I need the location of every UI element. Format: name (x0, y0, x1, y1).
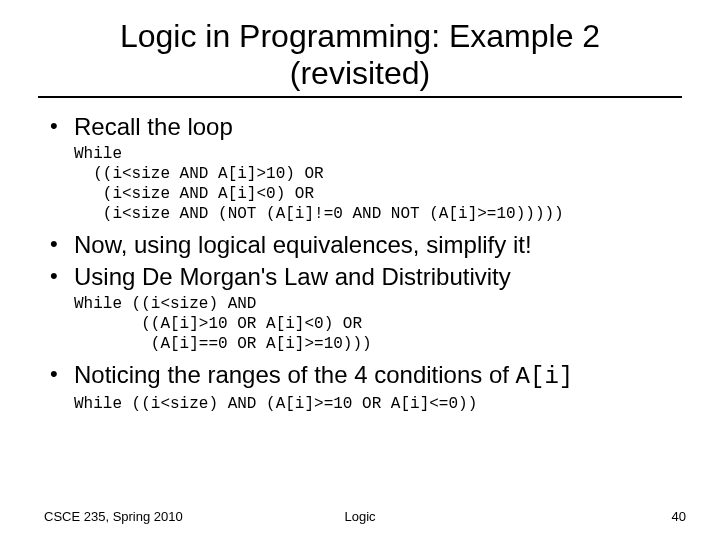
bullet-list: Now, using logical equivalences, simplif… (44, 230, 676, 292)
bullet-list: Recall the loop (44, 112, 676, 142)
bullet-recall: Recall the loop (44, 112, 676, 142)
title-line-1: Logic in Programming: Example 2 (120, 18, 600, 54)
bullet-list: Noticing the ranges of the 4 conditions … (44, 360, 676, 392)
code-block-1: While ((i<size AND A[i]>10) OR (i<size A… (44, 144, 676, 224)
slide-title: Logic in Programming: Example 2 (revisit… (0, 0, 720, 92)
footer-topic: Logic (0, 509, 720, 524)
bullet-simplify: Now, using logical equivalences, simplif… (44, 230, 676, 260)
code-block-3: While ((i<size) AND (A[i]>=10 OR A[i]<=0… (44, 394, 676, 414)
inline-code-ai: A[i] (516, 363, 574, 390)
slide-body: Recall the loop While ((i<size AND A[i]>… (0, 98, 720, 414)
bullet-demorgan: Using De Morgan's Law and Distributivity (44, 262, 676, 292)
title-line-2: (revisited) (290, 55, 430, 91)
footer-page-number: 40 (672, 509, 686, 524)
code-block-2: While ((i<size) AND ((A[i]>10 OR A[i]<0)… (44, 294, 676, 354)
bullet-ranges-text: Noticing the ranges of the 4 conditions … (74, 361, 516, 388)
bullet-ranges: Noticing the ranges of the 4 conditions … (44, 360, 676, 392)
